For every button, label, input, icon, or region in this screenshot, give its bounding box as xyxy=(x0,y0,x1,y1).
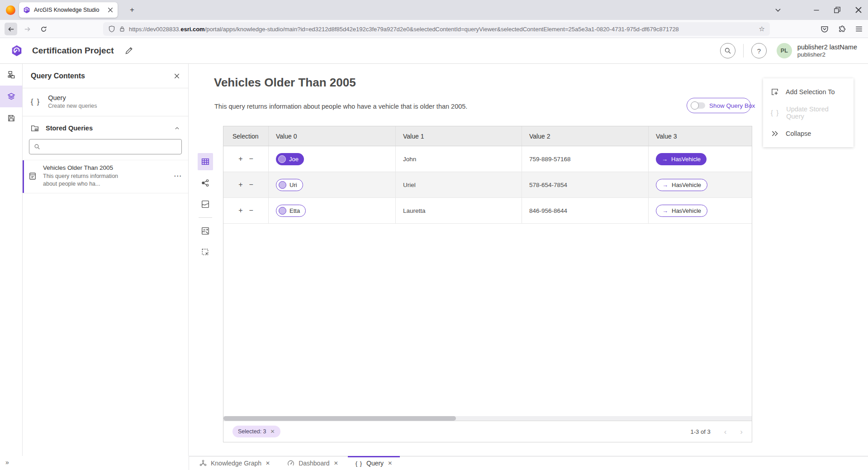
help-button[interactable]: ? xyxy=(751,43,767,58)
table-footer: Selected: 3 ✕ 1-3 of 3 ‹ › xyxy=(223,421,752,442)
remove-from-selection-button[interactable]: − xyxy=(249,181,253,188)
firefox-icon[interactable] xyxy=(6,5,15,15)
toggle-label: Show Query Box xyxy=(709,102,755,109)
stored-queries-search[interactable] xyxy=(29,139,182,154)
tab-list-chevron-icon[interactable] xyxy=(774,6,782,14)
query-create-item[interactable]: { } Query Create new queries xyxy=(23,88,188,116)
relation-label: HasVehicle xyxy=(672,207,701,214)
stored-queries-header[interactable]: Stored Queries xyxy=(23,116,188,138)
extensions-icon[interactable] xyxy=(838,25,846,33)
forward-arrow-icon xyxy=(24,26,31,33)
remove-from-selection-button[interactable]: − xyxy=(249,155,253,163)
rail-button-contents[interactable] xyxy=(0,86,22,107)
browser-tab-bar: ArcGIS Knowledge Studio + xyxy=(0,0,868,20)
table-row: + − Joe John 759-889-57168 → HasVehicle xyxy=(223,146,752,172)
tab-close-icon[interactable]: ✕ xyxy=(266,460,270,466)
rail-button-data-model[interactable] xyxy=(0,64,22,86)
value-cell: 846-956-8644 xyxy=(522,198,649,223)
reload-button[interactable] xyxy=(37,23,50,35)
value-cell: Lauretta xyxy=(396,198,522,223)
selected-count-chip[interactable]: Selected: 3 ✕ xyxy=(232,426,280,437)
horizontal-scrollbar[interactable] xyxy=(223,416,752,421)
window-tab[interactable]: Dashboard ✕ xyxy=(279,456,347,470)
scrollbar-thumb[interactable] xyxy=(223,416,456,421)
link-chart-icon xyxy=(201,179,209,187)
workspace: Query Contents { } Query Create new quer… xyxy=(0,64,868,456)
value-cell: Uriel xyxy=(396,172,522,197)
toolbar-divider xyxy=(199,217,212,218)
window-tab[interactable]: { }Query ✕ xyxy=(347,456,401,470)
tool-add-results-to-map[interactable] xyxy=(198,222,213,240)
back-button[interactable] xyxy=(5,23,17,35)
relation-cell: → HasVehicle xyxy=(649,146,752,172)
tool-selection-tool[interactable] xyxy=(198,244,213,261)
expand-panel-icon[interactable]: » xyxy=(5,459,9,466)
clear-selection-icon[interactable]: ✕ xyxy=(270,428,275,435)
close-window-button[interactable] xyxy=(854,6,863,14)
app-header: Certification Project ? PL publisher2 la… xyxy=(0,38,868,64)
remove-from-selection-button[interactable]: − xyxy=(249,207,253,214)
search-button[interactable] xyxy=(720,43,735,58)
table-row: + − Etta Lauretta 846-956-8644 → HasVehi… xyxy=(223,198,752,224)
selection-cell: + − xyxy=(223,146,269,172)
entity-label: Uri xyxy=(289,182,297,188)
select-area-icon xyxy=(201,248,209,256)
column-header[interactable]: Value 2 xyxy=(522,126,649,146)
user-info[interactable]: publisher2 lastName publisher2 xyxy=(797,43,857,59)
restore-window-button[interactable] xyxy=(833,6,841,14)
hierarchy-icon xyxy=(7,71,15,79)
add-to-selection-button[interactable]: + xyxy=(238,181,242,188)
entity-pill[interactable]: Joe xyxy=(276,153,304,165)
entity-pill[interactable]: Uri xyxy=(276,179,303,191)
browser-tab[interactable]: ArcGIS Knowledge Studio xyxy=(19,2,118,18)
panel-close-icon[interactable] xyxy=(174,73,180,79)
edit-title-icon[interactable] xyxy=(125,47,133,55)
relation-pill[interactable]: → HasVehicle xyxy=(656,205,707,217)
search-icon xyxy=(34,144,40,150)
new-tab-button[interactable]: + xyxy=(126,4,138,16)
show-query-box-toggle[interactable]: Show Query Box xyxy=(687,98,751,113)
menu-hamburger-icon[interactable] xyxy=(855,25,863,33)
bookmark-star-icon[interactable]: ☆ xyxy=(759,25,765,33)
user-avatar[interactable]: PL xyxy=(777,43,792,58)
toggle-switch[interactable] xyxy=(692,102,705,109)
column-header[interactable]: Selection xyxy=(223,126,269,146)
column-header[interactable]: Value 1 xyxy=(396,126,522,146)
add-to-map-icon xyxy=(201,227,209,235)
column-header[interactable]: Value 3 xyxy=(649,126,752,146)
rail-button-save[interactable] xyxy=(0,107,22,129)
window-tab[interactable]: Knowledge Graph ✕ xyxy=(191,456,279,470)
pocket-icon[interactable] xyxy=(821,25,829,33)
tab-close-icon[interactable] xyxy=(107,7,114,13)
menu-item[interactable]: Collapse xyxy=(763,123,854,144)
next-page-icon[interactable]: › xyxy=(740,428,743,436)
tool-link-chart-view[interactable] xyxy=(198,174,213,192)
double-chevron-right-icon xyxy=(771,129,779,138)
entity-pill[interactable]: Etta xyxy=(276,205,306,217)
address-bar[interactable]: https://dev0028833.esri.com/portal/apps/… xyxy=(103,22,770,36)
forward-button[interactable] xyxy=(21,23,33,35)
add-to-selection-button[interactable]: + xyxy=(238,207,242,214)
search-input[interactable] xyxy=(44,144,177,150)
save-icon xyxy=(7,114,15,122)
more-options-icon[interactable]: ⋯ xyxy=(174,171,182,181)
query-viewer: Vehicles Older Than 2005 This query retu… xyxy=(189,64,868,456)
tool-map-view[interactable] xyxy=(198,196,213,213)
tab-close-icon[interactable]: ✕ xyxy=(334,460,338,466)
value-cell: 578-654-7854 xyxy=(522,172,649,197)
minimize-button[interactable] xyxy=(812,6,821,14)
menu-item[interactable]: Add Selection To xyxy=(763,82,854,102)
tool-table-view[interactable] xyxy=(198,153,213,170)
url-text: https://dev0028833.esri.com/portal/apps/… xyxy=(129,26,755,33)
relation-pill[interactable]: → HasVehicle xyxy=(656,179,707,191)
relation-pill[interactable]: → HasVehicle xyxy=(656,153,707,165)
panel-title: Query Contents xyxy=(31,72,85,80)
tab-close-icon[interactable]: ✕ xyxy=(388,460,392,466)
view-toolbar xyxy=(198,153,213,265)
column-header[interactable]: Value 0 xyxy=(269,126,396,146)
stored-query-item[interactable]: Vehicles Older Than 2005 This query retu… xyxy=(23,160,188,193)
bottom-tab-bar: » Knowledge Graph ✕ Dashboard ✕ { }Query… xyxy=(0,456,868,470)
window-tab-label: Query xyxy=(366,460,384,467)
add-to-selection-button[interactable]: + xyxy=(238,155,242,163)
previous-page-icon[interactable]: ‹ xyxy=(724,428,727,436)
